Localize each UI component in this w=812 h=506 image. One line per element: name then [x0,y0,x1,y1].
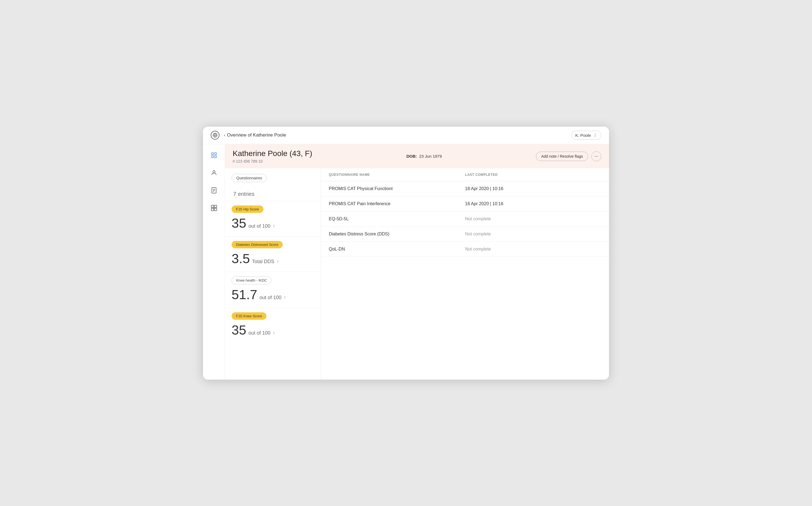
score-number: 35 [232,216,246,231]
content-area: Katherine Poole (43, F) # 123 456 789 10… [225,144,609,380]
arrow-up-icon: ↑ [272,330,275,336]
table-header: QUESTIONNAIRE NAME LAST COMPLETED [321,168,609,181]
sidebar-icon-document[interactable] [208,185,219,196]
svg-rect-4 [214,153,216,155]
top-bar-left: ‹ Overview of Katherine Poole [211,131,286,140]
header-questionnaire-name: QUESTIONNAIRE NAME [329,173,465,177]
top-bar-right: K. Poole ⋮ [571,131,601,140]
questionnaire-panel: QUESTIONNAIRE NAME LAST COMPLETED PROMIS… [321,168,609,380]
table-row[interactable]: QoL-DN Not complete [321,242,609,257]
user-pill[interactable]: K. Poole ⋮ [571,131,601,140]
questionnaire-name: QoL-DN [329,247,465,252]
add-note-button[interactable]: Add note / Resolve flags [536,152,588,161]
patient-info: Katherine Poole (43, F) # 123 456 789 10 [233,149,312,163]
ellipsis-icon: ⋮ [593,133,597,138]
sidebar-icon-person[interactable] [208,167,219,178]
sidebar-icon-overview[interactable] [208,150,219,161]
score-label: out of 100 [259,295,281,301]
patient-name: Katherine Poole (43, F) [233,149,312,158]
svg-rect-14 [211,208,214,211]
last-completed: 18 Apr 2020 | 10:16 [465,186,601,191]
score-number: 3.5 [232,251,250,266]
sidebar-icon-images[interactable] [208,202,219,214]
last-completed: Not complete [465,247,601,252]
questionnaire-name: Diabetes Distress Score (DDS) [329,232,465,237]
more-options-button[interactable]: ··· [592,151,601,161]
last-completed: Not complete [465,217,601,222]
entries-count: 7entries [225,185,321,201]
dob-value: 23 Jun 1979 [419,154,442,159]
score-value-knee-ikdc: 51.7 out of 100 ↑ [232,287,314,302]
score-item-fjs-knee[interactable]: FJS Knee Score 35 out of 100 ↑ [225,308,321,343]
score-number: 51.7 [232,287,257,302]
svg-rect-13 [214,205,217,208]
sidebar [203,144,225,380]
last-completed: 16 Apr 2020 | 10:16 [465,201,601,206]
score-label: Total DDS [252,259,274,264]
score-item-diabetes[interactable]: Diabetes Distressed Score 3.5 Total DDS … [225,236,321,272]
svg-rect-5 [211,156,213,158]
user-name: K. Poole [575,133,591,138]
score-badge-knee-ikdc: Knee health - IKDC [232,276,272,284]
dob-label: DOB: [406,154,417,159]
patient-header: Katherine Poole (43, F) # 123 456 789 10… [225,144,609,168]
score-badge-fjs-knee: FJS Knee Score [232,312,266,320]
score-badge-diabetes: Diabetes Distressed Score [232,241,283,248]
app-window: ‹ Overview of Katherine Poole K. Poole ⋮ [203,126,609,380]
top-bar: ‹ Overview of Katherine Poole K. Poole ⋮ [203,126,609,144]
questionnaires-tab[interactable]: Questionnaires [232,174,267,182]
scores-panel: Questionnaires 7entries FJS Hip Score 35… [225,168,321,380]
svg-rect-6 [214,156,216,158]
score-item-knee-ikdc[interactable]: Knee health - IKDC 51.7 out of 100 ↑ [225,272,321,308]
score-label: out of 100 [248,330,270,336]
entries-label: entries [238,191,254,197]
scores-header: Questionnaires [225,168,321,185]
svg-point-7 [213,171,215,173]
score-value-fjs-hip: 35 out of 100 ↑ [232,216,314,231]
entries-number: 7 [233,191,236,197]
score-value-fjs-knee: 35 out of 100 ↑ [232,323,314,338]
globe-icon [211,131,219,140]
score-label: out of 100 [248,223,270,229]
table-row[interactable]: Diabetes Distress Score (DDS) Not comple… [321,227,609,242]
svg-rect-3 [211,153,213,155]
score-value-diabetes: 3.5 Total DDS ↑ [232,251,314,266]
arrow-up-icon: ↑ [277,259,279,264]
table-row[interactable]: EQ-5D-5L Not complete [321,212,609,227]
score-item-fjs-hip[interactable]: FJS Hip Score 35 out of 100 ↑ [225,201,321,236]
table-row[interactable]: PROMIS CAT Pain Interference 16 Apr 2020… [321,196,609,212]
svg-rect-15 [214,208,217,211]
patient-actions: Add note / Resolve flags ··· [536,151,601,161]
arrow-up-icon: ↑ [272,223,275,229]
patient-id: # 123 456 789 10 [233,159,312,163]
questionnaire-name: PROMIS CAT Physical Functiont [329,186,465,191]
two-pane: Questionnaires 7entries FJS Hip Score 35… [225,168,609,380]
arrow-up-icon: ↑ [284,295,286,301]
header-last-completed: LAST COMPLETED [465,173,601,177]
back-label: Overview of Katherine Poole [227,133,286,138]
questionnaire-name: EQ-5D-5L [329,217,465,222]
score-badge-fjs-hip: FJS Hip Score [232,205,263,213]
svg-rect-12 [211,205,214,208]
table-row[interactable]: PROMIS CAT Physical Functiont 18 Apr 202… [321,181,609,196]
score-number: 35 [232,323,246,338]
back-button[interactable]: ‹ Overview of Katherine Poole [224,133,286,138]
questionnaire-name: PROMIS CAT Pain Interference [329,201,465,206]
chevron-left-icon: ‹ [224,133,225,138]
last-completed: Not complete [465,232,601,237]
patient-dob: DOB: 23 Jun 1979 [406,154,442,159]
main-layout: Katherine Poole (43, F) # 123 456 789 10… [203,144,609,380]
